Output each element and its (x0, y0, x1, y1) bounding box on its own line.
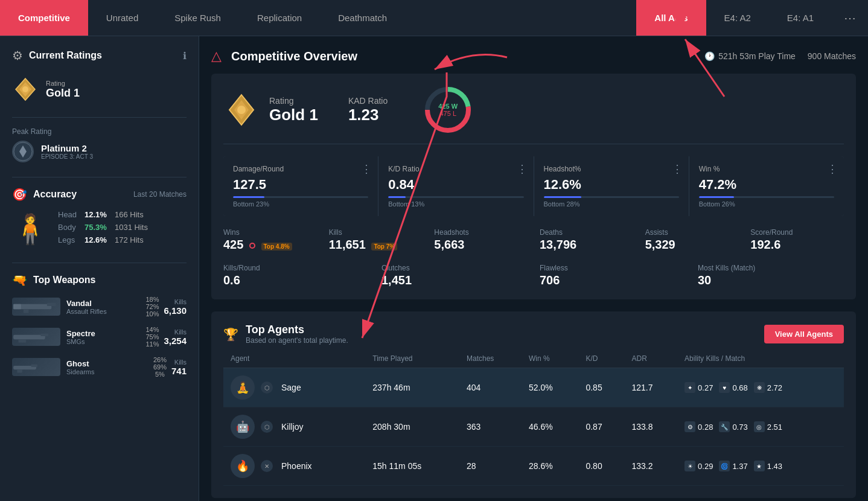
gold-rating-badge (12, 76, 39, 103)
dmg-bar-fill (233, 196, 264, 198)
phoenix-ability-3-icon: ★ (754, 461, 765, 471)
phoenix-ability-3: ★ 1.43 (754, 461, 782, 471)
phoenix-agent-cell: 🔥 ✕ Phoenix (223, 447, 365, 486)
accuracy-rows: Head 12.1% 166 Hits Body 75.3% 1031 Hits… (58, 210, 187, 248)
play-time-value: 521h 53m Play Time (718, 51, 796, 61)
tab-deathmatch[interactable]: Deathmatch (320, 0, 405, 36)
peak-rating-info: Platinum 2 EPISODE 3: ACT 3 (41, 143, 93, 160)
kd-menu-icon[interactable]: ⋮ (517, 162, 528, 176)
col-adr: ADR (624, 349, 677, 368)
more-options-icon[interactable]: ⋯ (832, 11, 868, 25)
killjoy-win-pct: 46.6% (522, 407, 579, 447)
gold-rating-icon-large (223, 92, 260, 128)
losses-text: 475 L (438, 110, 458, 117)
dmg-value: 127.5 (233, 177, 368, 193)
stat-box-hs: Headshot% 12.6% Bottom 28% ⋮ (534, 156, 689, 216)
vandal-type: Assault Rifles (66, 308, 107, 315)
top-weapons-header: 🔫 Top Weapons (12, 273, 187, 287)
tab-unrated[interactable]: Unrated (88, 0, 156, 36)
spectre-kills-val: 3,254 (164, 336, 187, 346)
score-round-val: 192.6 (750, 238, 844, 252)
current-ratings-title: Current Ratings (29, 50, 102, 61)
vandal-info: Vandal Assault Rifles (66, 299, 107, 315)
kd-sub: Bottom 13% (388, 200, 523, 208)
hs-menu-icon[interactable]: ⋮ (672, 162, 683, 176)
clock-icon: 🕐 (704, 51, 715, 61)
nav-tabs: Competitive Unrated Spike Rush Replicati… (0, 0, 868, 36)
phoenix-name: Phoenix (281, 461, 312, 471)
tab-all-acts[interactable]: All Acts (636, 0, 706, 36)
dmg-title: Damage/Round (233, 165, 368, 173)
vandal-kills-val: 6,130 (164, 305, 187, 316)
vandal-stats: 18% 72% 10% Kills 6,130 (145, 296, 187, 318)
sage-ability-3-val: 2.72 (767, 383, 782, 392)
most-kills-val: 30 (698, 273, 844, 287)
tab-e4-a2[interactable]: E4: A2 (706, 0, 769, 36)
top-agents-title: Top Agents (246, 324, 348, 336)
hs-title: Headshot% (544, 165, 679, 173)
rating-value: Gold 1 (46, 87, 80, 100)
ghost-kills-val: 741 (171, 366, 187, 376)
spectre-name: Spectre (66, 329, 95, 338)
spectre-type: SMGs (66, 338, 95, 345)
sage-win-pct: 52.0% (522, 368, 579, 407)
sage-ability-2: ♥ 0.68 (719, 382, 747, 393)
stats-row-1: Wins 425 Top 4.8% Kills 11,651 Top 7% H (223, 228, 844, 252)
agents-table: Agent Time Played Matches Win % K/D ADR … (223, 349, 844, 486)
vandal-dist: 18% 72% 10% (145, 296, 159, 318)
vandal-image (12, 298, 60, 316)
tab-spike-rush[interactable]: Spike Rush (156, 0, 239, 36)
wins-badge: Top 4.8% (261, 243, 292, 250)
killjoy-matches: 363 (459, 407, 522, 447)
table-row[interactable]: 🤖 ⬡ Killjoy 208h 30m 363 46.6% 0.87 133.… (223, 407, 844, 447)
svg-rect-6 (47, 303, 56, 306)
divider-2 (12, 177, 187, 177)
killjoy-ability-1-val: 0.28 (698, 423, 713, 432)
phoenix-ability-kills: ☀ 0.29 🌀 1.37 ★ 1.43 (677, 447, 844, 486)
spectre-dist: 14% 75% 11% (145, 326, 159, 348)
current-rating-info: Rating Gold 1 (46, 80, 80, 100)
killjoy-name: Killjoy (281, 422, 304, 432)
killjoy-agent-cell: 🤖 ⬡ Killjoy (223, 407, 365, 447)
sage-agent-info: 🧘 ⬡ Sage (231, 375, 358, 400)
col-ability-kills: Ability Kills / Match (677, 349, 844, 368)
dmg-menu-icon[interactable]: ⋮ (361, 162, 372, 176)
killjoy-ability-1-icon: ⚙ (685, 421, 695, 432)
hs-bar-fill (544, 196, 582, 198)
vandal-name: Vandal (66, 299, 107, 308)
col-win-pct: Win % (522, 349, 579, 368)
top-agents-header: 🏆 Top Agents Based on agent's total play… (223, 324, 844, 345)
kad-label: KAD Ratio (348, 96, 388, 106)
accuracy-row-legs: Legs 12.6% 172 Hits (58, 235, 187, 244)
win-menu-icon[interactable]: ⋮ (827, 162, 838, 176)
tab-replication[interactable]: Replication (239, 0, 320, 36)
weapon-item-ghost: Ghost Sidearms 26% 69% 5% Kills 741 (12, 356, 187, 378)
kd-bar-fill (388, 196, 406, 198)
view-all-agents-button[interactable]: View All Agents (764, 325, 844, 343)
sage-kd: 0.85 (578, 368, 624, 407)
phoenix-abilities: ☀ 0.29 🌀 1.37 ★ 1.43 (685, 461, 837, 471)
table-row[interactable]: 🔥 ✕ Phoenix 15h 11m 05s 28 28.6% 0.80 13… (223, 447, 844, 486)
phoenix-kd: 0.80 (578, 447, 624, 486)
agents-table-head: Agent Time Played Matches Win % K/D ADR … (223, 349, 844, 368)
body-hits: 1031 Hits (115, 223, 148, 232)
sage-ability-1-val: 0.27 (698, 383, 713, 392)
killjoy-ability-2-icon: 🔧 (719, 421, 730, 432)
tab-e4-a1[interactable]: E4: A1 (769, 0, 832, 36)
assists-label: Assists (645, 228, 739, 237)
killjoy-time: 208h 30m (365, 407, 459, 447)
ghost-dist-legs: 5% (155, 371, 165, 378)
tab-competitive[interactable]: Competitive (0, 0, 88, 36)
sage-ability-3: ❋ 2.72 (754, 382, 782, 393)
stat-box-win: Win % 47.2% Bottom 26% ⋮ (689, 156, 844, 216)
info-icon[interactable]: ℹ (183, 50, 187, 62)
killjoy-ability-1: ⚙ 0.28 (685, 421, 713, 432)
clutches-val: 1,451 (381, 273, 528, 287)
kills-badge: Top 7% (371, 243, 397, 250)
spectre-dist-body: 75% (145, 333, 159, 340)
kills-round-val: 0.6 (223, 273, 369, 287)
table-row[interactable]: 🧘 ⬡ Sage 237h 46m 404 52.0% 0.85 121.7 (223, 368, 844, 407)
ghost-name: Ghost (66, 359, 94, 368)
body-figure-icon: 🧍 (12, 212, 48, 246)
rating-display: Rating Gold 1 (223, 92, 318, 128)
